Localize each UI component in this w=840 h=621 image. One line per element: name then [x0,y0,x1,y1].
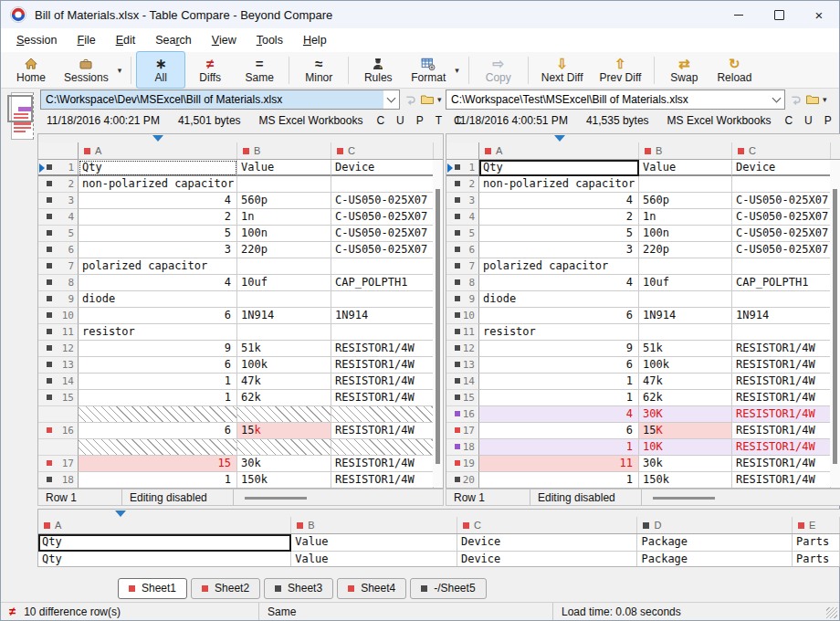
column-header-b[interactable]: B [639,142,732,159]
right-horizontal-scrollbar[interactable] [642,489,840,505]
cell[interactable]: RESISTOR1/4W [331,341,434,357]
cell[interactable]: RESISTOR1/4W [331,357,434,374]
cell[interactable] [237,176,331,193]
left-path-dropdown-icon[interactable] [383,90,399,109]
cell[interactable]: RESISTOR1/4W [732,390,831,406]
resize-grip[interactable] [826,607,837,618]
cell[interactable]: 62k [639,390,732,406]
cell[interactable]: diode [479,291,639,308]
gap-cell[interactable] [79,439,237,456]
cell[interactable]: CAP_POLPTH1 [331,275,434,291]
cell[interactable] [331,324,434,341]
row-gutter[interactable]: 3 [38,193,79,209]
cell[interactable]: 4 [479,193,639,209]
cell[interactable]: 62k [237,390,331,406]
cell[interactable]: 560p [639,193,732,209]
cell[interactable]: C-US050-025X07 [331,193,434,209]
row-gutter[interactable]: 1 [38,160,79,176]
sessions-button[interactable]: Sessions [56,51,117,89]
menu-item-file[interactable]: File [67,30,105,50]
cell[interactable]: 1N914 [732,308,831,324]
menu-item-session[interactable]: Session [6,30,67,50]
row-gutter[interactable]: 14 [446,374,479,390]
cell[interactable]: 5 [479,226,639,242]
row-gutter[interactable]: 8 [38,275,79,291]
format-dropdown-arrow-icon[interactable]: ▾ [454,66,464,75]
sheet-tab-sheet5[interactable]: -/Sheet5 [410,578,486,599]
cell[interactable]: 47k [639,374,732,390]
row-gutter[interactable]: 7 [446,258,479,275]
gap-cell[interactable] [331,439,434,456]
left-revert-icon[interactable] [404,91,417,108]
cell[interactable] [732,258,831,275]
cell[interactable]: C-US050-025X07 [732,193,831,209]
cell[interactable]: 100k [237,357,331,374]
row-gutter[interactable]: 5 [38,226,79,242]
right-hscroll-thumb[interactable] [653,497,715,500]
column-header-a[interactable]: A [79,142,237,159]
sessions-dropdown-arrow-icon[interactable]: ▾ [117,66,127,75]
cell[interactable]: 100n [237,226,331,242]
cell[interactable]: 30k [639,456,732,472]
row-gutter[interactable]: 9 [38,291,79,308]
cell[interactable]: 10uf [237,275,331,291]
cell[interactable]: C-US050-025X07 [732,242,831,258]
cell[interactable]: 6 [479,357,639,374]
column-header-a[interactable]: A [38,517,291,533]
row-gutter[interactable]: 17 [38,456,79,472]
menu-item-view[interactable]: View [202,30,247,50]
cell[interactable] [237,324,331,341]
cell[interactable]: C-US050-025X07 [331,226,434,242]
cell[interactable] [237,258,331,275]
row-gutter[interactable]: 3 [446,193,479,209]
maximize-button[interactable] [759,1,799,28]
cell[interactable] [331,258,434,275]
cell[interactable]: Device [457,552,638,567]
cell[interactable]: CAP_POLPTH1 [732,275,831,291]
cell[interactable]: 2 [79,209,237,226]
gap-cell[interactable] [237,439,331,456]
row-gutter[interactable]: 4 [446,209,479,226]
cell[interactable]: RESISTOR1/4W [732,423,831,439]
cell[interactable]: 30K [639,406,732,423]
left-flag-c[interactable]: C [376,114,384,127]
cell[interactable]: 47k [237,374,331,390]
home-button[interactable]: Home [6,51,56,89]
cell[interactable]: Package [637,552,793,567]
cell[interactable]: 3 [479,242,639,258]
cell[interactable] [639,291,732,308]
cell[interactable]: RESISTOR1/4W [331,456,434,472]
cell[interactable]: 1n [639,209,732,226]
row-gutter[interactable]: 2 [446,176,479,193]
cell[interactable]: Qty [79,160,237,176]
row-gutter[interactable]: 8 [446,275,479,291]
cell[interactable]: Package [637,534,793,552]
cell[interactable] [331,291,434,308]
sheet-tab-sheet2[interactable]: Sheet2 [191,578,260,599]
cell[interactable]: 9 [79,341,237,357]
row-gutter[interactable]: 11 [446,324,479,341]
row-gutter[interactable]: 13 [446,357,479,374]
row-gutter[interactable]: 17 [446,423,479,439]
cell[interactable]: 6 [79,423,237,439]
row-gutter[interactable]: 13 [38,357,79,374]
cell[interactable]: Value [639,160,732,176]
row-gutter[interactable]: 11 [38,324,79,341]
all-button[interactable]: ∗All [136,51,185,89]
cell[interactable]: 1 [479,374,639,390]
row-gutter[interactable]: 9 [446,291,479,308]
cell[interactable]: C-US050-025X07 [331,242,434,258]
minimize-button[interactable] [719,1,759,28]
close-button[interactable]: × [799,1,839,28]
cell[interactable]: RESISTOR1/4W [732,374,831,390]
cell[interactable]: 10uf [639,275,732,291]
cell[interactable]: 1 [79,374,237,390]
cell[interactable]: Qty [479,160,639,176]
cell[interactable]: RESISTOR1/4W [331,472,434,489]
menu-item-tools[interactable]: Tools [247,30,293,50]
cell[interactable]: 4 [79,193,237,209]
vscroll-thumb[interactable] [436,189,440,464]
row-gutter[interactable]: 19 [446,456,479,472]
same-button[interactable]: =Same [235,51,284,89]
row-gutter[interactable]: 18 [38,472,79,489]
